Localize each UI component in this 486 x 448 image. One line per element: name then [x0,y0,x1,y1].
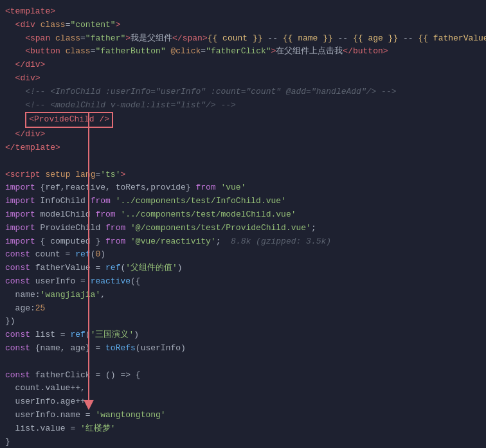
code-line: import { computed } from '@vue/reactivit… [0,235,486,249]
code-line: userInfo.name = 'wangtongtong' [0,409,486,422]
code-line [0,155,486,168]
code-line: const fatherValue = ref('父组件的值') [0,262,486,275]
code-line: </div> [0,128,486,141]
provide-child-tag: <ProvideChild /> [25,112,113,128]
code-line: } [0,436,486,449]
code-line: const count = ref(0) [0,248,486,262]
code-line: import {ref,reactive, toRefs,provide} fr… [0,181,486,195]
tag-open: <template> [5,5,55,19]
code-line: <!-- <InfoChild :userInfo="userInfo" :co… [0,85,486,99]
code-line: import modelChild from '../components/te… [0,208,486,222]
code-line: <div class="content"> [0,19,486,32]
code-line: const fatherClick = () => { [0,369,486,382]
code-line: <button class="fatherButton" @click="fat… [0,45,486,58]
code-line: <!-- <modelChild v-model:list="list"/> -… [0,99,486,112]
code-line: <template> [0,5,486,19]
code-line: import InfoChild from '../components/tes… [0,195,486,208]
code-line: <div> [0,72,486,85]
code-line: const {name, age} = toRefs(userInfo) [0,342,486,355]
code-line: const userInfo = reactive({ [0,275,486,289]
code-line: list.value = '红楼梦' [0,422,486,436]
code-line [0,355,486,369]
code-line: <script setup lang='ts'> [0,168,486,182]
code-editor: <template> <div class="content"> <span c… [0,0,486,448]
code-line: <span class="father">我是父组件</span>{{ coun… [0,32,486,46]
code-line: </template> [0,141,486,155]
code-line: </div> [0,58,486,72]
code-line: const list = ref('三国演义') [0,328,486,342]
code-line: count.value++, [0,382,486,395]
provide-child-line: <ProvideChild /> [0,112,486,128]
code-line: }) [0,315,486,328]
code-line: import ProvideChild from '@/components/t… [0,222,486,235]
code-line: name:'wangjiajia', [0,289,486,302]
code-line: age:25 [0,302,486,316]
code-line: userInfo.age++, [0,395,486,409]
